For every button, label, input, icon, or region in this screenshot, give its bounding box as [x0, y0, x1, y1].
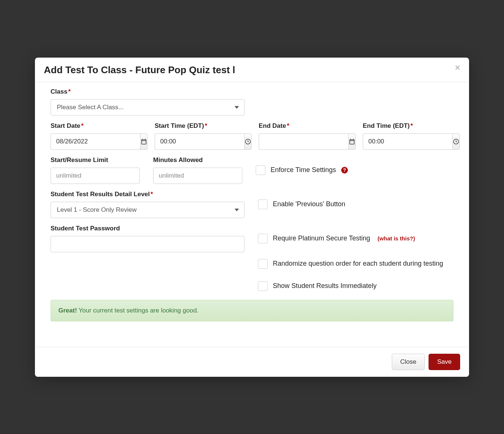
chevron-down-icon — [235, 106, 239, 108]
clock-icon[interactable] — [452, 133, 460, 150]
require-secure-checkbox[interactable] — [258, 234, 268, 243]
calendar-icon[interactable] — [348, 133, 356, 150]
show-results-label: Show Student Results Immediately — [273, 282, 377, 290]
close-button[interactable]: Close — [392, 354, 425, 370]
class-label: Class* — [51, 88, 245, 95]
save-button[interactable]: Save — [429, 354, 460, 370]
start-date-group — [51, 133, 141, 150]
minutes-allowed-input[interactable] — [153, 168, 242, 184]
class-select[interactable]: Please Select A Class... — [51, 99, 245, 116]
help-icon[interactable]: ? — [341, 167, 348, 174]
end-date-label: End Date* — [259, 122, 349, 130]
end-time-label: End Time (EDT)* — [363, 122, 453, 130]
end-date-input[interactable] — [259, 133, 348, 150]
enable-previous-label: Enable 'Previous' Button — [273, 200, 345, 208]
start-time-group — [155, 133, 245, 150]
start-date-label: Start Date* — [51, 122, 141, 130]
end-time-group — [363, 133, 453, 150]
end-time-input[interactable] — [363, 133, 452, 150]
start-resume-limit-label: Start/Resume Limit — [51, 156, 140, 164]
modal-header: Add Test To Class - Future Pop Quiz test… — [35, 58, 469, 82]
status-alert: Great! Your current test settings are lo… — [51, 300, 453, 321]
require-secure-label: Require Platinum Secure Testing — [273, 234, 370, 242]
start-time-input[interactable] — [155, 133, 244, 150]
modal-title: Add Test To Class - Future Pop Quiz test… — [44, 64, 460, 76]
start-resume-limit-input[interactable] — [51, 168, 140, 184]
end-date-group — [259, 133, 349, 150]
enforce-time-checkbox[interactable] — [256, 165, 265, 175]
enable-previous-checkbox[interactable] — [258, 200, 268, 209]
password-input[interactable] — [51, 236, 245, 252]
password-label: Student Test Password — [51, 225, 245, 232]
start-time-label: Start Time (EDT)* — [155, 122, 245, 130]
randomize-checkbox[interactable] — [258, 259, 268, 269]
alert-strong: Great! — [58, 307, 77, 314]
what-is-this-link[interactable]: (what is this?) — [378, 235, 415, 242]
minutes-allowed-label: Minutes Allowed — [153, 156, 242, 164]
clock-icon[interactable] — [244, 133, 252, 150]
detail-level-label: Student Test Results Detail Level* — [51, 191, 245, 198]
randomize-label: Randomize question order for each studen… — [273, 260, 443, 268]
add-test-modal: Add Test To Class - Future Pop Quiz test… — [35, 58, 469, 377]
modal-footer: Close Save — [35, 347, 469, 377]
start-date-input[interactable] — [51, 133, 140, 150]
close-icon[interactable]: × — [453, 63, 462, 72]
modal-body: Class* Please Select A Class... Start Da… — [35, 82, 469, 328]
enforce-time-label: Enforce Time Settings — [271, 166, 336, 174]
required-marker: * — [68, 88, 71, 95]
detail-level-select[interactable]: Level 1 - Score Only Review — [51, 202, 245, 218]
alert-text: Your current test settings are looking g… — [77, 307, 198, 314]
show-results-checkbox[interactable] — [258, 281, 268, 291]
chevron-down-icon — [235, 208, 239, 211]
calendar-icon[interactable] — [140, 133, 148, 150]
